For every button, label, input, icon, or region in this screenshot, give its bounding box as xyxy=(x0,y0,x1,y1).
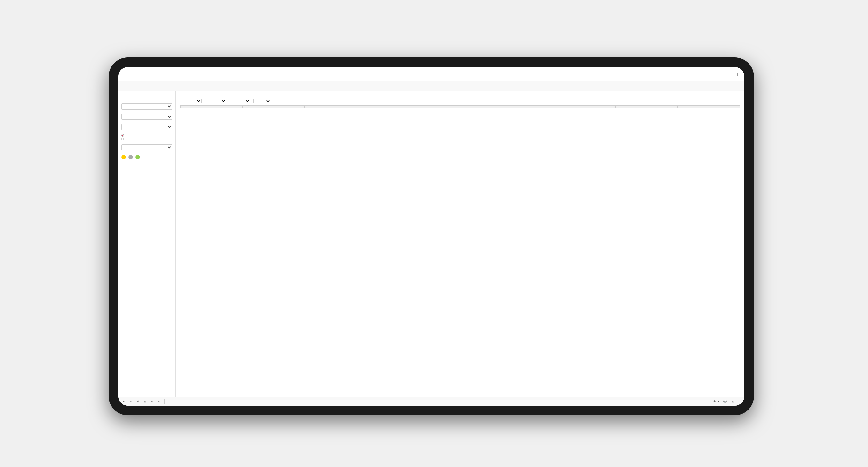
school-select[interactable] xyxy=(121,124,172,130)
legend-level-circle xyxy=(128,155,133,159)
radio-opponents-played[interactable] xyxy=(121,134,172,137)
school-section xyxy=(121,123,172,130)
gender-section xyxy=(121,102,172,110)
tablet-device: | xyxy=(108,58,754,415)
toolbar-comment[interactable]: 💬 xyxy=(722,400,728,403)
opponent-view-section xyxy=(121,133,172,140)
nav-bar: | xyxy=(118,67,744,81)
colour-by-select[interactable] xyxy=(121,145,172,151)
radio-top100[interactable] xyxy=(121,138,172,140)
legend-up-circle xyxy=(135,155,140,159)
toolbar-add[interactable]: ⊕ xyxy=(150,400,155,403)
col-reg xyxy=(243,106,305,108)
toolbar-divider xyxy=(164,399,164,404)
division-select[interactable] xyxy=(121,114,172,120)
toolbar-time[interactable]: ⊙ xyxy=(157,400,162,403)
toolbar-back[interactable]: ↺ xyxy=(136,400,141,403)
h2h-table-header xyxy=(181,106,740,108)
toolbar-crop[interactable]: ⊞ xyxy=(143,400,148,403)
col-win xyxy=(429,106,491,108)
header-row xyxy=(181,106,740,108)
sub-nav xyxy=(118,81,744,91)
main-content xyxy=(118,91,744,397)
opponent-radio-group xyxy=(121,134,172,140)
tablet-screen: | xyxy=(118,67,744,406)
toolbar-redo[interactable]: ↪ xyxy=(129,400,133,403)
col-diff xyxy=(615,106,678,108)
col-opponent xyxy=(367,106,429,108)
h2h-table xyxy=(180,105,740,108)
left-panel xyxy=(118,91,176,397)
toolbar-undo[interactable]: ↩ xyxy=(122,400,126,403)
conference-filter[interactable] xyxy=(184,99,202,103)
col-rounds xyxy=(678,106,740,108)
legend-down-circle xyxy=(121,155,126,159)
bottom-toolbar: ↩ ↪ ↺ ⊞ ⊕ ⊙ 👁 ▾ 💬 ⊡ xyxy=(118,397,744,406)
opponent-value-select[interactable] xyxy=(253,99,271,103)
region-filter[interactable] xyxy=(209,99,226,103)
colour-by-section xyxy=(121,144,172,151)
toolbar-watch[interactable]: 👁 ▾ xyxy=(713,400,719,403)
toolbar-share[interactable] xyxy=(739,400,741,403)
gender-select[interactable] xyxy=(121,103,172,110)
col-conf xyxy=(305,106,367,108)
grid-panel xyxy=(176,91,744,397)
col-loss xyxy=(491,106,553,108)
division-section xyxy=(121,113,172,120)
sign-out[interactable]: | xyxy=(737,72,738,76)
opponent-filter-select[interactable] xyxy=(232,99,250,103)
col-tie xyxy=(553,106,616,108)
radio-dot-opponents xyxy=(121,134,124,137)
toolbar-present[interactable]: ⊡ xyxy=(731,400,736,403)
radio-dot-top100 xyxy=(121,138,124,140)
filter-row xyxy=(180,99,740,103)
toolbar-right: 👁 ▾ 💬 ⊡ xyxy=(713,400,741,403)
team-section xyxy=(121,98,172,99)
col-rank xyxy=(181,106,243,108)
color-legend xyxy=(121,155,172,160)
